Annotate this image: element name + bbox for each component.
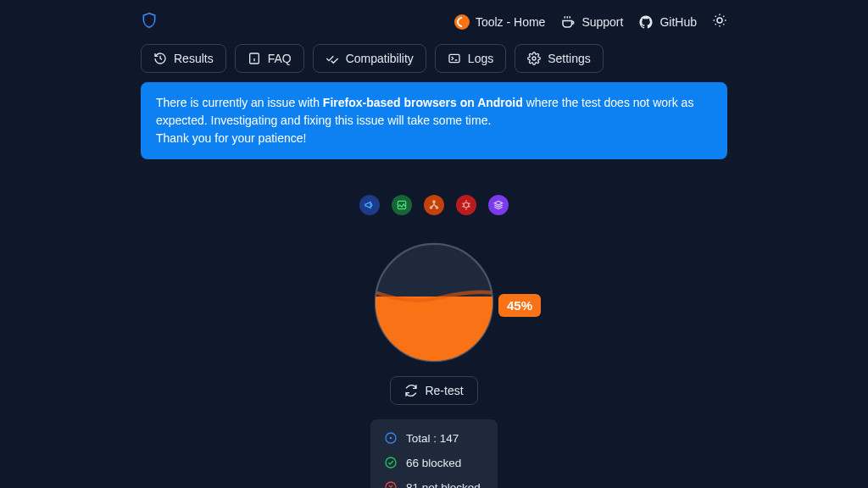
nav-support-label: Support: [581, 15, 623, 29]
checks-icon: [326, 52, 339, 65]
terminal-icon: [448, 52, 461, 65]
tab-results[interactable]: Results: [141, 44, 226, 73]
tab-settings[interactable]: Settings: [515, 44, 604, 73]
tab-bar: Results FAQ Compatibility Logs Settings: [141, 44, 727, 82]
svg-point-8: [464, 202, 469, 208]
stats-panel: Total : 147 66 blocked 81 not blocked: [370, 419, 498, 488]
tab-compatibility-label: Compatibility: [346, 52, 414, 65]
svg-point-12: [386, 458, 396, 468]
alert-line2: Thank you for your patience!: [156, 131, 306, 145]
stat-total: Total : 147: [384, 431, 484, 445]
retest-button[interactable]: Re-test: [390, 376, 477, 405]
result-gauge: [373, 241, 495, 363]
tab-logs[interactable]: Logs: [435, 44, 506, 73]
retest-label: Re-test: [425, 384, 463, 397]
warning-banner: There is currently an issue with Firefox…: [141, 82, 727, 159]
tab-settings-label: Settings: [548, 52, 591, 65]
svg-point-0: [717, 18, 722, 23]
category-analytics[interactable]: [392, 195, 412, 215]
github-icon: [638, 14, 654, 30]
tab-faq-label: FAQ: [268, 52, 292, 65]
check-circle-icon: [384, 456, 398, 469]
nav-github-label: GitHub: [659, 15, 697, 29]
stat-blocked-label: 66 blocked: [406, 457, 461, 469]
stat-notblocked-label: 81 not blocked: [406, 481, 481, 489]
circle-dot-icon: [384, 431, 398, 445]
category-ads[interactable]: [359, 195, 380, 215]
svg-point-5: [433, 201, 435, 202]
alert-bold: Firefox-based browsers on Android: [323, 96, 523, 109]
toolz-badge-icon: [454, 14, 470, 30]
stat-blocked: 66 blocked: [384, 456, 484, 469]
image-icon: [396, 199, 408, 211]
nav-home[interactable]: Toolz - Home: [454, 14, 545, 30]
nav-github[interactable]: GitHub: [638, 14, 697, 30]
category-other[interactable]: [488, 195, 509, 215]
refresh-icon: [404, 384, 418, 397]
svg-point-3: [532, 57, 536, 60]
tab-faq[interactable]: FAQ: [235, 44, 304, 73]
shield-logo-icon[interactable]: [141, 12, 158, 32]
coffee-icon: [560, 14, 576, 30]
svg-rect-2: [449, 54, 459, 62]
stat-total-label: Total : 147: [406, 432, 459, 445]
tab-logs-label: Logs: [468, 52, 493, 65]
theme-toggle[interactable]: [712, 13, 727, 31]
share-icon: [428, 199, 440, 211]
gear-icon: [527, 52, 541, 65]
tab-compatibility[interactable]: Compatibility: [313, 44, 426, 73]
nav-home-label: Toolz - Home: [476, 15, 545, 29]
svg-point-11: [390, 437, 391, 438]
x-circle-icon: [384, 480, 398, 488]
megaphone-icon: [364, 199, 376, 211]
alert-pre: There is currently an issue with: [156, 96, 323, 109]
category-malware[interactable]: [456, 195, 476, 215]
tab-results-label: Results: [174, 52, 214, 65]
info-icon: [248, 52, 261, 65]
stat-notblocked: 81 not blocked: [384, 480, 484, 488]
category-social[interactable]: [424, 195, 444, 215]
percent-badge: 45%: [498, 294, 541, 317]
category-filter-row: [141, 195, 727, 215]
nav-support[interactable]: Support: [560, 14, 623, 30]
history-icon: [153, 52, 167, 65]
sun-icon: [712, 13, 727, 28]
layers-icon: [492, 199, 504, 211]
bug-icon: [460, 199, 472, 211]
